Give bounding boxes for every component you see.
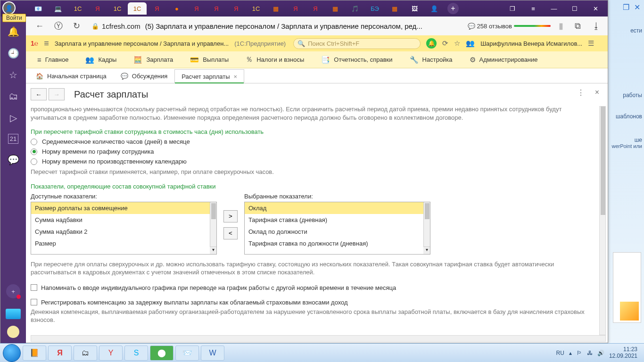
tray-chevron-icon[interactable]: ▴: [569, 350, 572, 356]
browser-tab[interactable]: БЭ: [365, 2, 384, 15]
taskbar-app[interactable]: ⬤: [150, 346, 173, 361]
browser-tab[interactable]: Я: [306, 2, 325, 15]
extensions-icon[interactable]: ⧉: [571, 21, 584, 31]
section-taxes[interactable]: ％Налоги и взносы: [237, 51, 313, 68]
browser-tab[interactable]: ▦: [385, 2, 404, 15]
bookmark-icon[interactable]: ▮: [555, 21, 567, 31]
browser-tab[interactable]: 1C: [108, 2, 127, 15]
yandex-home-icon[interactable]: Ⓨ: [51, 20, 66, 32]
radio-by-schedule[interactable]: Норму времени по графику сотрудника: [31, 148, 597, 155]
browser-tab[interactable]: 📧: [29, 2, 48, 15]
history-icon[interactable]: 🕘: [8, 48, 19, 59]
more-icon[interactable]: ⋮: [577, 88, 585, 97]
taskbar-app[interactable]: Я: [48, 346, 72, 361]
close-icon[interactable]: ×: [234, 73, 238, 80]
browser-tab[interactable]: ▦: [266, 2, 285, 15]
address-bar[interactable]: 🔒 1cfresh.com (5) Зарплата и управление …: [88, 22, 426, 30]
window-maximize-icon[interactable]: ☐: [564, 0, 585, 16]
checkbox-remind-schedule[interactable]: Напоминать о вводе индивидуального графи…: [31, 284, 597, 291]
browser-tab[interactable]: 1C: [247, 2, 265, 15]
bookmarks-icon[interactable]: ☆: [9, 69, 17, 81]
browser-tab-active[interactable]: 1C: [128, 2, 147, 15]
list-item[interactable]: Размер: [31, 238, 216, 249]
horizontal-scrollbar[interactable]: [31, 335, 606, 342]
tray-sound-icon[interactable]: 🔊: [597, 350, 604, 356]
browser-tab[interactable]: Я: [88, 2, 107, 15]
browser-tab[interactable]: Я: [286, 2, 305, 15]
browser-tab[interactable]: ▦: [326, 2, 345, 15]
media-icon[interactable]: ▷: [10, 112, 17, 123]
nav-reload-icon[interactable]: ↻: [70, 21, 83, 31]
taskbar-app[interactable]: 📙: [23, 346, 46, 361]
vertical-scrollbar[interactable]: [599, 106, 606, 335]
taskbar-app[interactable]: Y: [99, 346, 123, 361]
list-item[interactable]: Оклад: [245, 202, 430, 214]
notifications-icon[interactable]: 🔔: [8, 26, 19, 37]
start-button[interactable]: [3, 344, 21, 362]
browser-tab[interactable]: Я: [227, 2, 246, 15]
list-item[interactable]: Тарифная ставка (дневная): [245, 214, 430, 226]
radio-by-calendar[interactable]: Норму времени по производственному кален…: [31, 158, 597, 165]
add-panel-button[interactable]: +: [6, 284, 20, 298]
chat-icon[interactable]: 💬: [8, 154, 19, 165]
reviews-badge[interactable]: 💬258 отзывов: [468, 23, 551, 30]
list-item[interactable]: Размер доплаты за совмещение: [31, 202, 216, 214]
login-badge[interactable]: 👤 Войти: [2, 1, 26, 22]
sidebar-app-icon[interactable]: [6, 309, 21, 319]
tab-home[interactable]: 🏠Начальная страница: [29, 69, 114, 83]
section-settings[interactable]: 🔧Настройка: [401, 51, 461, 68]
tab-salary-calc[interactable]: Расчет зарплаты×: [174, 69, 244, 83]
menu-icon[interactable]: ≡: [44, 39, 49, 49]
taskbar-app[interactable]: W: [201, 346, 224, 361]
window-minimize-icon[interactable]: —: [544, 0, 564, 16]
browser-tab[interactable]: Я: [187, 2, 206, 15]
win-tab-overview-icon[interactable]: ❐: [502, 0, 523, 16]
alice-icon[interactable]: [7, 326, 19, 338]
dropdown-icon[interactable]: ▾: [423, 247, 430, 254]
section-main[interactable]: ≡Главное: [29, 51, 77, 68]
section-reports[interactable]: 📑Отчетность, справки: [313, 51, 401, 68]
win-menu-icon[interactable]: ≡: [523, 0, 544, 16]
tray-flag-icon[interactable]: 🏳: [577, 350, 582, 356]
taskbar-app[interactable]: 📨: [175, 346, 199, 361]
selected-listbox[interactable]: Оклад Тарифная ставка (дневная) Оклад по…: [244, 202, 430, 255]
search-input[interactable]: 🔍 Поиск Ctrl+Shift+F: [293, 38, 421, 49]
page-back-button[interactable]: ←: [31, 88, 47, 100]
taskbar-app[interactable]: 🗂: [74, 346, 97, 361]
browser-tab[interactable]: 👤: [425, 2, 444, 15]
bell-icon[interactable]: 🔔: [426, 38, 437, 49]
checkbox-register-compensation[interactable]: Регистрировать компенсацию за задержку в…: [31, 299, 597, 306]
browser-tab[interactable]: 🎵: [346, 2, 364, 15]
move-right-button[interactable]: >: [223, 210, 238, 222]
downloads-icon[interactable]: ⭳: [589, 21, 604, 31]
browser-tab[interactable]: Я: [207, 2, 226, 15]
move-left-button[interactable]: <: [223, 227, 238, 239]
new-tab-button[interactable]: +: [447, 3, 459, 14]
tray-clock[interactable]: 11:23 12.09.2021: [609, 346, 637, 360]
page-forward-button[interactable]: →: [49, 88, 65, 100]
list-item[interactable]: Сумма надбавки 2: [31, 226, 216, 238]
dropdown-icon[interactable]: ▾: [210, 247, 216, 254]
tray-network-icon[interactable]: 🖧: [587, 350, 593, 356]
list-item[interactable]: Оклад по должности: [245, 226, 430, 238]
taskbar-app[interactable]: S: [124, 346, 148, 361]
close-page-icon[interactable]: ×: [595, 88, 599, 97]
history-icon[interactable]: ⟳: [442, 39, 448, 48]
browser-tab[interactable]: Я: [148, 2, 166, 15]
list-item[interactable]: Сумма надбавки: [31, 214, 216, 226]
radio-avg-hours[interactable]: Среднемесячное количество часов (дней) в…: [31, 138, 597, 145]
collections-icon[interactable]: 🗂: [8, 91, 18, 102]
tray-lang[interactable]: RU: [556, 350, 564, 356]
section-payments[interactable]: 💳Выплаты: [182, 51, 237, 68]
browser-tab[interactable]: 💻: [49, 2, 67, 15]
section-personnel[interactable]: 👥Кадры: [77, 51, 125, 68]
section-admin[interactable]: ⚙Администрирование: [461, 51, 546, 68]
available-listbox[interactable]: Размер доплаты за совмещение Сумма надба…: [31, 202, 217, 255]
window-close-icon[interactable]: ✕: [585, 0, 606, 16]
tab-discussions[interactable]: 💬Обсуждения: [114, 69, 175, 83]
nav-back-icon[interactable]: ←: [33, 21, 47, 31]
options-icon[interactable]: ☰: [588, 39, 594, 48]
section-salary[interactable]: 🧮Зарплата: [125, 51, 182, 68]
list-item[interactable]: Тарифная ставка по должности (дневная): [245, 238, 430, 249]
browser-tab[interactable]: 🖼: [405, 2, 424, 15]
